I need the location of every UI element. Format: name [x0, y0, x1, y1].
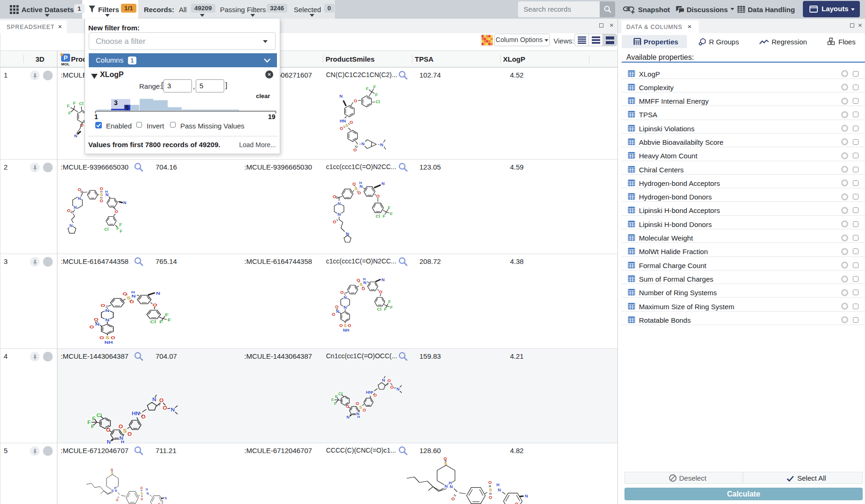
svg-text:3: 3 [114, 99, 118, 106]
svg-text:1: 1 [94, 113, 98, 121]
svg-text:P: P [64, 54, 68, 61]
svg-text:5: 5 [125, 104, 129, 111]
svg-text:19: 19 [268, 113, 276, 121]
svg-text:MOL: MOL [61, 62, 70, 66]
